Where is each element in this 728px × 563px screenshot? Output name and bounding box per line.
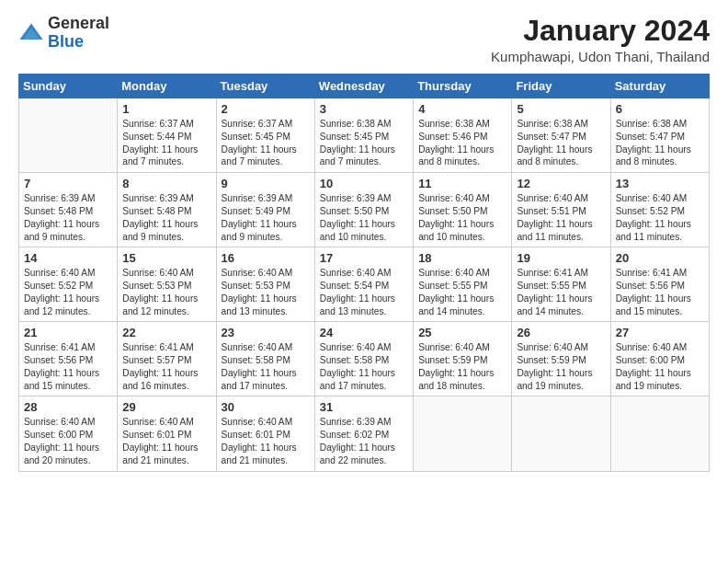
calendar-cell: 24Sunrise: 6:40 AMSunset: 5:58 PMDayligh… [314, 322, 413, 396]
calendar-cell: 30Sunrise: 6:40 AMSunset: 6:01 PMDayligh… [216, 396, 314, 471]
day-info: Sunrise: 6:40 AMSunset: 6:01 PMDaylight:… [222, 416, 310, 466]
day-info: Sunrise: 6:38 AMSunset: 5:46 PMDaylight:… [418, 118, 506, 168]
main-title: January 2024 [491, 15, 710, 47]
col-friday: Friday [512, 75, 610, 98]
day-number: 29 [122, 400, 210, 414]
day-number: 1 [122, 102, 210, 116]
day-number: 15 [122, 251, 210, 265]
calendar-cell: 14Sunrise: 6:40 AMSunset: 5:52 PMDayligh… [19, 247, 118, 322]
col-monday: Monday [118, 75, 216, 98]
day-number: 24 [320, 326, 408, 339]
calendar-cell: 25Sunrise: 6:40 AMSunset: 5:59 PMDayligh… [414, 322, 512, 396]
day-info: Sunrise: 6:40 AMSunset: 5:52 PMDaylight:… [616, 192, 704, 243]
calendar-body: 1Sunrise: 6:37 AMSunset: 5:44 PMDaylight… [19, 98, 710, 471]
day-info: Sunrise: 6:39 AMSunset: 5:49 PMDaylight:… [222, 192, 310, 243]
col-wednesday: Wednesday [314, 75, 413, 98]
calendar-cell: 8Sunrise: 6:39 AMSunset: 5:48 PMDaylight… [118, 173, 216, 247]
day-info: Sunrise: 6:41 AMSunset: 5:57 PMDaylight:… [122, 341, 210, 392]
day-info: Sunrise: 6:39 AMSunset: 5:48 PMDaylight:… [24, 192, 112, 243]
col-thursday: Thursday [414, 75, 512, 98]
logo-general: General [48, 14, 109, 32]
calendar-cell: 13Sunrise: 6:40 AMSunset: 5:52 PMDayligh… [610, 173, 709, 247]
day-info: Sunrise: 6:41 AMSunset: 5:56 PMDaylight:… [24, 341, 112, 392]
calendar-week-2: 7Sunrise: 6:39 AMSunset: 5:48 PMDaylight… [19, 173, 710, 247]
day-info: Sunrise: 6:40 AMSunset: 5:58 PMDaylight:… [222, 341, 310, 392]
logo: General Blue [18, 15, 109, 52]
calendar-cell: 15Sunrise: 6:40 AMSunset: 5:53 PMDayligh… [118, 247, 216, 322]
day-number: 14 [24, 251, 112, 265]
day-info: Sunrise: 6:39 AMSunset: 6:02 PMDaylight:… [320, 416, 408, 466]
subtitle: Kumphawapi, Udon Thani, Thailand [491, 49, 710, 64]
day-info: Sunrise: 6:41 AMSunset: 5:55 PMDaylight:… [517, 267, 605, 317]
day-number: 3 [320, 102, 408, 116]
day-number: 22 [122, 326, 210, 339]
day-info: Sunrise: 6:40 AMSunset: 5:55 PMDaylight:… [418, 267, 506, 317]
calendar-cell: 21Sunrise: 6:41 AMSunset: 5:56 PMDayligh… [19, 322, 118, 396]
day-number: 10 [320, 177, 408, 190]
calendar-cell: 29Sunrise: 6:40 AMSunset: 6:01 PMDayligh… [118, 396, 216, 471]
day-number: 11 [418, 177, 506, 190]
day-info: Sunrise: 6:39 AMSunset: 5:48 PMDaylight:… [122, 192, 210, 243]
header: General Blue January 2024 Kumphawapi, Ud… [18, 15, 710, 64]
day-number: 9 [222, 177, 310, 190]
col-sunday: Sunday [19, 75, 118, 98]
day-number: 13 [616, 177, 704, 190]
logo-text: General Blue [48, 15, 109, 52]
day-number: 8 [122, 177, 210, 190]
calendar-header: Sunday Monday Tuesday Wednesday Thursday… [19, 75, 710, 98]
day-info: Sunrise: 6:40 AMSunset: 5:53 PMDaylight:… [122, 267, 210, 317]
page: General Blue January 2024 Kumphawapi, Ud… [0, 0, 728, 481]
day-info: Sunrise: 6:40 AMSunset: 5:51 PMDaylight:… [517, 192, 605, 243]
calendar-cell: 11Sunrise: 6:40 AMSunset: 5:50 PMDayligh… [414, 173, 512, 247]
calendar-cell: 31Sunrise: 6:39 AMSunset: 6:02 PMDayligh… [314, 396, 413, 471]
day-info: Sunrise: 6:40 AMSunset: 5:52 PMDaylight:… [24, 267, 112, 317]
day-info: Sunrise: 6:39 AMSunset: 5:50 PMDaylight:… [320, 192, 408, 243]
col-tuesday: Tuesday [216, 75, 314, 98]
calendar-cell: 1Sunrise: 6:37 AMSunset: 5:44 PMDaylight… [118, 98, 216, 173]
calendar-cell: 3Sunrise: 6:38 AMSunset: 5:45 PMDaylight… [314, 98, 413, 173]
day-info: Sunrise: 6:40 AMSunset: 6:00 PMDaylight:… [616, 341, 704, 392]
col-saturday: Saturday [610, 75, 709, 98]
title-block: January 2024 Kumphawapi, Udon Thani, Tha… [491, 15, 710, 64]
calendar-cell: 23Sunrise: 6:40 AMSunset: 5:58 PMDayligh… [216, 322, 314, 396]
calendar-week-5: 28Sunrise: 6:40 AMSunset: 6:00 PMDayligh… [19, 396, 710, 471]
day-number: 7 [24, 177, 112, 190]
day-info: Sunrise: 6:40 AMSunset: 6:01 PMDaylight:… [122, 416, 210, 466]
day-info: Sunrise: 6:40 AMSunset: 6:00 PMDaylight:… [24, 416, 112, 466]
day-info: Sunrise: 6:38 AMSunset: 5:47 PMDaylight:… [616, 118, 704, 168]
logo-blue: Blue [48, 32, 84, 51]
day-number: 6 [616, 102, 704, 116]
calendar-cell: 28Sunrise: 6:40 AMSunset: 6:00 PMDayligh… [19, 396, 118, 471]
day-number: 27 [616, 326, 704, 339]
calendar-cell: 12Sunrise: 6:40 AMSunset: 5:51 PMDayligh… [512, 173, 610, 247]
calendar-cell: 4Sunrise: 6:38 AMSunset: 5:46 PMDaylight… [414, 98, 512, 173]
calendar-cell: 7Sunrise: 6:39 AMSunset: 5:48 PMDaylight… [19, 173, 118, 247]
day-number: 25 [418, 326, 506, 339]
day-number: 12 [517, 177, 605, 190]
day-number: 16 [222, 251, 310, 265]
day-info: Sunrise: 6:37 AMSunset: 5:45 PMDaylight:… [222, 118, 310, 168]
calendar-cell: 26Sunrise: 6:40 AMSunset: 5:59 PMDayligh… [512, 322, 610, 396]
day-info: Sunrise: 6:40 AMSunset: 5:53 PMDaylight:… [222, 267, 310, 317]
calendar-cell: 16Sunrise: 6:40 AMSunset: 5:53 PMDayligh… [216, 247, 314, 322]
day-info: Sunrise: 6:38 AMSunset: 5:47 PMDaylight:… [517, 118, 605, 168]
day-info: Sunrise: 6:41 AMSunset: 5:56 PMDaylight:… [616, 267, 704, 317]
day-number: 20 [616, 251, 704, 265]
day-number: 19 [517, 251, 605, 265]
calendar-cell: 27Sunrise: 6:40 AMSunset: 6:00 PMDayligh… [610, 322, 709, 396]
day-info: Sunrise: 6:40 AMSunset: 5:59 PMDaylight:… [517, 341, 605, 392]
calendar-cell: 9Sunrise: 6:39 AMSunset: 5:49 PMDaylight… [216, 173, 314, 247]
day-number: 5 [517, 102, 605, 116]
day-number: 30 [222, 400, 310, 414]
day-number: 18 [418, 251, 506, 265]
calendar-week-1: 1Sunrise: 6:37 AMSunset: 5:44 PMDaylight… [19, 98, 710, 173]
calendar-cell: 17Sunrise: 6:40 AMSunset: 5:54 PMDayligh… [314, 247, 413, 322]
calendar-cell [610, 396, 709, 471]
calendar-cell [19, 98, 118, 173]
calendar-week-4: 21Sunrise: 6:41 AMSunset: 5:56 PMDayligh… [19, 322, 710, 396]
day-info: Sunrise: 6:38 AMSunset: 5:45 PMDaylight:… [320, 118, 408, 168]
calendar-cell: 10Sunrise: 6:39 AMSunset: 5:50 PMDayligh… [314, 173, 413, 247]
calendar-cell: 2Sunrise: 6:37 AMSunset: 5:45 PMDaylight… [216, 98, 314, 173]
calendar-cell [414, 396, 512, 471]
day-info: Sunrise: 6:40 AMSunset: 5:58 PMDaylight:… [320, 341, 408, 392]
